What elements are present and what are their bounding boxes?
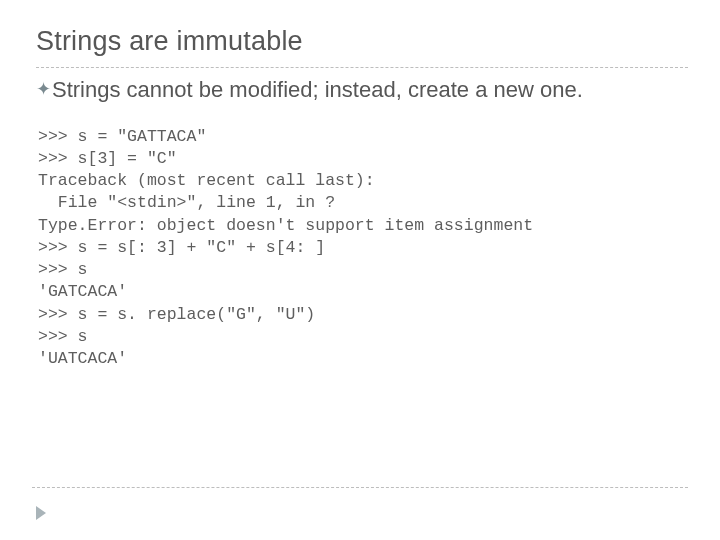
code-block: >>> s = "GATTACA" >>> s[3] = "C" Traceba…: [38, 126, 688, 371]
slide-title: Strings are immutable: [36, 26, 688, 57]
body-text: Strings cannot be modified; instead, cre…: [52, 76, 583, 104]
title-divider: [36, 67, 688, 68]
bullet-icon: ✦: [36, 76, 52, 101]
footer-divider: [32, 487, 688, 488]
body-row: ✦ Strings cannot be modified; instead, c…: [36, 76, 688, 104]
slide: Strings are immutable ✦ Strings cannot b…: [0, 0, 720, 540]
footer-arrow-icon: [36, 506, 46, 520]
